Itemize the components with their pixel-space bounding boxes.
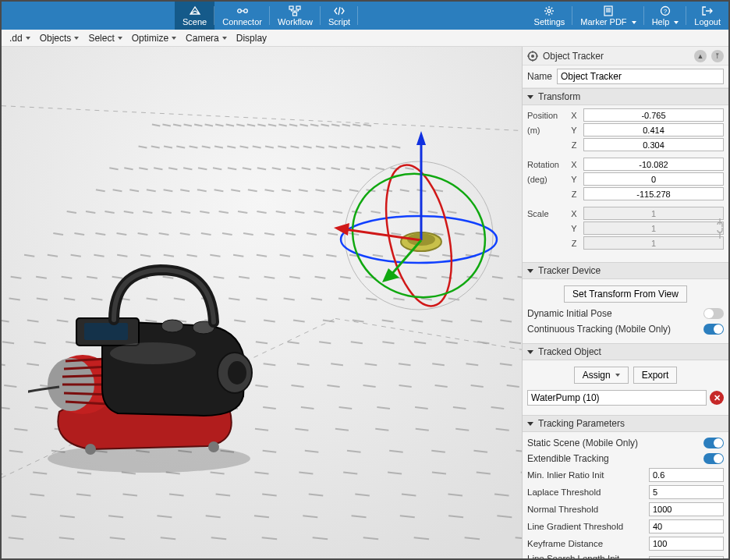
properties-panel: Object Tracker ▲ ⤒ Name Transform Positi… — [523, 47, 728, 558]
svg-point-0 — [237, 9, 241, 12]
svg-rect-16 — [606, 8, 611, 12]
dynamic-initial-pose-toggle[interactable] — [703, 308, 724, 319]
svg-line-14 — [546, 12, 547, 13]
section-tracker-device-header[interactable]: Tracker Device — [523, 262, 728, 279]
continuous-tracking-label: Continuous Tracking (Mobile Only) — [527, 324, 671, 335]
position-z-input[interactable] — [583, 138, 724, 151]
section-tracked-object-header[interactable]: Tracked Object — [523, 343, 728, 360]
static-scene-label: Static Scene (Mobile Only) — [527, 438, 638, 448]
menu-bar: .ddObjectsSelectOptimizeCameraDisplay — [2, 30, 728, 47]
continuous-tracking-toggle[interactable] — [703, 324, 724, 335]
dynamic-initial-pose-label: Dynamic Initial Pose — [527, 308, 612, 319]
line-search-length-input[interactable] — [649, 556, 724, 558]
nav-top-button[interactable]: ⤒ — [711, 50, 724, 62]
tracked-object-input[interactable] — [527, 390, 707, 406]
scene-icon — [189, 5, 201, 16]
scale-y-input — [583, 222, 724, 235]
svg-point-1 — [243, 9, 247, 12]
top-app-bar: SceneConnectorWorkflowScript SettingsMar… — [2, 2, 728, 30]
assign-button[interactable]: Assign — [574, 367, 629, 384]
extendible-tracking-label: Extendible Tracking — [527, 453, 609, 464]
keyframe-distance-input[interactable] — [649, 537, 724, 551]
svg-rect-4 — [296, 6, 300, 9]
top-tab-settings[interactable]: Settings — [526, 2, 573, 30]
svg-line-12 — [551, 12, 552, 13]
target-icon — [527, 51, 538, 62]
rotation-z-input[interactable] — [583, 187, 724, 200]
rotation-x-input[interactable] — [583, 158, 724, 171]
section-transform-header[interactable]: Transform — [523, 88, 728, 105]
name-input[interactable] — [557, 69, 724, 84]
marker-pdf-icon — [602, 5, 615, 16]
scale-label: Scale — [527, 209, 565, 218]
svg-point-485 — [48, 445, 250, 473]
top-tab-connector[interactable]: Connector — [214, 2, 270, 30]
3d-viewport[interactable] — [2, 47, 523, 558]
link-scale-icon[interactable] — [714, 217, 725, 240]
properties-header: Object Tracker ▲ ⤒ — [523, 47, 728, 66]
svg-point-495 — [228, 361, 246, 385]
svg-rect-5 — [293, 12, 297, 16]
svg-point-501 — [208, 441, 219, 452]
svg-line-13 — [551, 7, 552, 8]
name-label: Name — [527, 71, 552, 82]
properties-title: Object Tracker — [543, 51, 604, 62]
svg-rect-497 — [84, 323, 128, 340]
menu-select[interactable]: Select — [83, 33, 126, 44]
scale-z-input — [583, 236, 724, 250]
top-tab-help[interactable]: ?Help — [644, 2, 687, 30]
position-x-input[interactable] — [583, 108, 724, 122]
svg-rect-3 — [289, 6, 293, 9]
rotation-y-input[interactable] — [583, 172, 724, 186]
tracked-object-mesh[interactable] — [28, 248, 262, 474]
menu-add[interactable]: .dd — [5, 33, 35, 44]
svg-point-516 — [531, 55, 534, 58]
top-tab-script[interactable]: Script — [321, 2, 358, 30]
top-tab-scene[interactable]: Scene — [175, 2, 214, 30]
svg-line-11 — [546, 7, 547, 8]
laplace-threshold-input[interactable] — [649, 485, 724, 499]
line-gradient-threshold-input[interactable] — [649, 519, 724, 533]
rotation-label: Rotation — [527, 160, 565, 169]
static-scene-toggle[interactable] — [703, 438, 724, 448]
svg-point-6 — [548, 9, 551, 12]
position-label: Position — [527, 111, 565, 120]
connector-icon — [236, 5, 249, 16]
svg-marker-512 — [334, 223, 349, 236]
section-tracking-params-header[interactable]: Tracking Parameters — [523, 415, 728, 432]
settings-icon — [543, 5, 555, 16]
help-icon: ? — [659, 5, 672, 16]
min-inlier-ratio-input[interactable] — [649, 468, 724, 482]
set-transform-from-view-button[interactable]: Set Transform From View — [564, 285, 687, 303]
normal-threshold-input[interactable] — [649, 502, 724, 516]
position-y-input[interactable] — [583, 123, 724, 136]
remove-tracked-object-button[interactable]: ✕ — [710, 391, 724, 405]
svg-point-500 — [85, 444, 96, 455]
scale-x-input — [583, 207, 724, 220]
export-button[interactable]: Export — [633, 367, 678, 384]
svg-marker-514 — [382, 268, 399, 282]
top-tab-logout[interactable]: Logout — [686, 2, 728, 30]
script-icon — [333, 5, 346, 16]
svg-text:?: ? — [664, 8, 668, 15]
transform-gizmo[interactable] — [329, 126, 509, 321]
svg-marker-510 — [416, 131, 426, 145]
svg-point-502 — [110, 342, 196, 364]
logout-icon — [701, 5, 714, 16]
extendible-tracking-toggle[interactable] — [703, 453, 724, 464]
workflow-icon — [289, 5, 301, 16]
menu-objects[interactable]: Objects — [35, 33, 84, 44]
top-tab-workflow[interactable]: Workflow — [270, 2, 321, 30]
nav-up-button[interactable]: ▲ — [694, 50, 707, 62]
menu-optimize[interactable]: Optimize — [127, 33, 181, 44]
menu-camera[interactable]: Camera — [181, 33, 232, 44]
top-tab-marker-pdf[interactable]: Marker PDF — [572, 2, 643, 30]
menu-display[interactable]: Display — [232, 33, 271, 44]
svg-point-498 — [161, 320, 183, 332]
